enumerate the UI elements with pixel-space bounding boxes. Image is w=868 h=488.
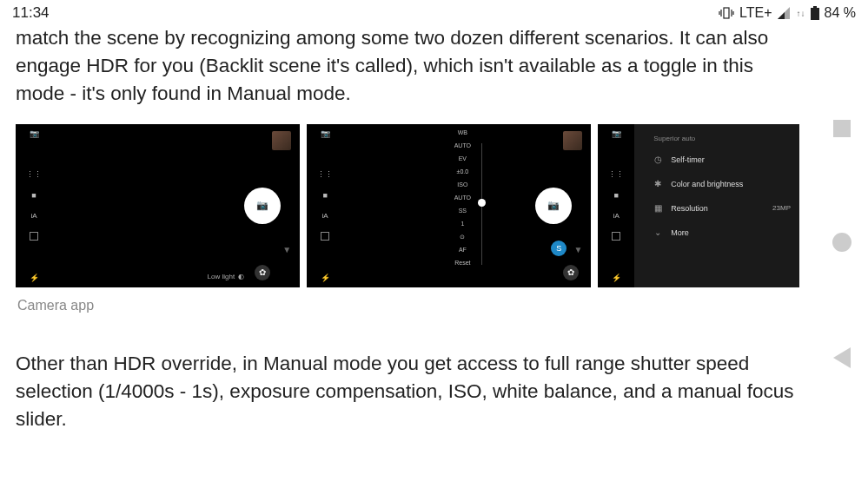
low-light-icon: ◐ bbox=[238, 273, 244, 280]
camera-left-rail: 📷 ⋮⋮ ■ iA ⚡ bbox=[603, 129, 629, 282]
chevron-down-icon: ⌄ bbox=[653, 228, 662, 237]
manual-mode-icon bbox=[321, 232, 329, 241]
screenshot-camera-auto[interactable]: 📷 ⋮⋮ ■ iA ⚡ 📷 ▼ Low light ◐ ✿ bbox=[16, 124, 300, 287]
back-button[interactable] bbox=[833, 347, 851, 368]
settings-gear-icon[interactable]: ✿ bbox=[563, 265, 579, 280]
vibrate-icon bbox=[719, 7, 734, 19]
camera-glyph-icon: 📷 bbox=[547, 200, 560, 211]
camera-left-rail: 📷 ⋮⋮ ■ iA ⚡ bbox=[312, 129, 338, 282]
selftimer-label: Self-timer bbox=[671, 155, 705, 164]
chevron-down-icon[interactable]: ▼ bbox=[573, 245, 582, 254]
chevron-down-icon[interactable]: ▼ bbox=[282, 245, 291, 254]
paragraph-manual: Other than HDR override, in Manual mode … bbox=[16, 350, 799, 434]
slider-knob[interactable] bbox=[478, 199, 486, 207]
screenshot-gallery: 📷 ⋮⋮ ■ iA ⚡ 📷 ▼ Low light ◐ ✿ bbox=[16, 124, 799, 287]
network-label: LTE+ bbox=[739, 5, 772, 21]
auto-mode-icon: iA bbox=[613, 212, 620, 220]
android-nav-bar bbox=[816, 0, 868, 488]
auto-mode-icon: iA bbox=[322, 212, 328, 220]
last-photo-thumbnail[interactable] bbox=[563, 131, 582, 150]
camera-icon: 📷 bbox=[321, 129, 330, 138]
timer-icon: ◷ bbox=[653, 155, 662, 164]
video-icon: ■ bbox=[322, 191, 327, 200]
low-light-text: Low light bbox=[208, 273, 235, 280]
menu-item-more[interactable]: ⌄More bbox=[634, 221, 799, 245]
video-icon: ■ bbox=[31, 191, 36, 200]
camera-icon: 📷 bbox=[612, 129, 621, 138]
flash-icon: ⚡ bbox=[321, 274, 330, 282]
android-status-bar: 11:34 LTE+ ↑↓ 84 % bbox=[0, 0, 868, 24]
screenshot-camera-settings[interactable]: 📷 ⋮⋮ ■ iA ⚡ Superior auto ◷Self-timer bbox=[598, 124, 799, 287]
article-content: match the scene by recognizing among som… bbox=[0, 24, 815, 433]
scene-mode-badge[interactable]: S bbox=[551, 241, 567, 256]
color-label: Color and brightness bbox=[671, 180, 743, 188]
resolution-icon: ▦ bbox=[653, 204, 662, 213]
flash-icon: ⚡ bbox=[30, 274, 39, 282]
menu-dots-icon: ⋮⋮ bbox=[26, 170, 42, 179]
screenshot-camera-manual[interactable]: 📷 ⋮⋮ ■ iA ⚡ WB AUTO EV ±0.0 ISO AUTO bbox=[307, 124, 591, 287]
shutter-button[interactable]: 📷 bbox=[535, 188, 572, 224]
auto-mode-icon: iA bbox=[30, 212, 36, 220]
menu-dots-icon: ⋮⋮ bbox=[317, 170, 333, 179]
menu-item-color[interactable]: ✱Color and brightness bbox=[634, 172, 799, 196]
settings-gear-icon[interactable]: ✿ bbox=[255, 265, 270, 280]
video-icon: ■ bbox=[614, 191, 619, 200]
manual-mode-icon bbox=[612, 232, 620, 241]
camera-glyph-icon: 📷 bbox=[256, 200, 268, 211]
paragraph-scene: match the scene by recognizing among som… bbox=[16, 24, 799, 109]
more-label: More bbox=[671, 228, 689, 237]
settings-mode-title: Superior auto bbox=[634, 124, 799, 148]
svg-rect-0 bbox=[724, 8, 729, 18]
brightness-icon: ✱ bbox=[653, 180, 662, 188]
camera-icon: 📷 bbox=[30, 129, 39, 138]
signal-icon bbox=[778, 7, 792, 19]
manual-mode-icon bbox=[30, 232, 38, 241]
manual-slider[interactable] bbox=[461, 140, 504, 268]
menu-dots-icon: ⋮⋮ bbox=[608, 170, 624, 179]
updown-icon: ↑↓ bbox=[797, 9, 805, 18]
home-button[interactable] bbox=[832, 233, 851, 252]
last-photo-thumbnail[interactable] bbox=[272, 131, 291, 150]
camera-settings-panel: Superior auto ◷Self-timer ✱Color and bri… bbox=[634, 124, 799, 287]
resolution-value: 23MP bbox=[772, 204, 791, 212]
gallery-caption: Camera app bbox=[16, 287, 799, 320]
resolution-label: Resolution bbox=[671, 204, 708, 213]
recent-apps-button[interactable] bbox=[833, 120, 851, 137]
menu-item-resolution[interactable]: ▦Resolution 23MP bbox=[634, 196, 799, 221]
wb-label: WB bbox=[458, 129, 467, 135]
camera-left-rail: 📷 ⋮⋮ ■ iA ⚡ bbox=[21, 129, 47, 282]
menu-item-selftimer[interactable]: ◷Self-timer bbox=[634, 148, 799, 172]
flash-icon: ⚡ bbox=[612, 274, 621, 282]
shutter-button[interactable]: 📷 bbox=[244, 188, 281, 224]
status-time: 11:34 bbox=[12, 4, 50, 22]
scene-detected-label: Low light ◐ bbox=[208, 273, 245, 280]
